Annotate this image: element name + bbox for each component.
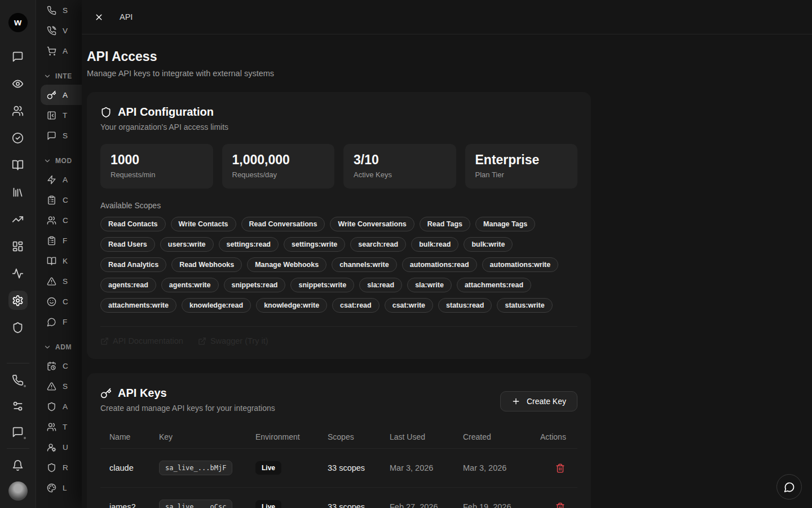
palette-icon xyxy=(47,483,56,493)
scope-pill: csat:write xyxy=(385,298,433,313)
create-key-button[interactable]: Create Key xyxy=(500,391,577,411)
delete-key-button[interactable] xyxy=(540,502,577,508)
doc-link[interactable]: API Documentation xyxy=(100,336,183,345)
api-key-row: james2sa_live_...oCscLive33 scopesFeb 27… xyxy=(100,488,577,508)
table-header-row: NameKeyEnvironmentScopesLast UsedCreated… xyxy=(100,425,577,449)
delete-key-button[interactable] xyxy=(540,463,577,473)
scope-pill: csat:read xyxy=(332,298,379,313)
scope-pill: attachments:write xyxy=(100,298,176,313)
sidebar-item-label: V xyxy=(63,27,68,35)
eye-icon xyxy=(12,78,24,90)
stat-label: Requests/min xyxy=(111,170,203,179)
stat-tile: 1000Requests/min xyxy=(100,144,213,189)
calendar-clock-icon xyxy=(47,361,56,371)
book-open-icon xyxy=(47,256,56,266)
workspace-logo[interactable]: w xyxy=(8,13,28,32)
scope-pill: Read Users xyxy=(100,237,155,252)
library-icon xyxy=(12,186,24,198)
smile-icon xyxy=(47,297,56,306)
key-icon xyxy=(47,90,56,100)
message-square-rail-button[interactable] xyxy=(8,47,28,66)
sidebar-item-label: S xyxy=(63,6,68,15)
sidebar-item-label: F xyxy=(63,318,67,326)
overlay-title: API xyxy=(120,12,133,21)
sidebar-item-label: K xyxy=(63,257,68,265)
shield-icon xyxy=(100,107,112,118)
external-link-icon xyxy=(198,337,206,345)
sliders-rail-button[interactable] xyxy=(8,396,28,415)
key-scopes-count: 33 scopes xyxy=(328,463,390,472)
x-icon xyxy=(94,12,104,22)
users-rail-button[interactable] xyxy=(8,101,28,120)
stat-tile: 3/10Active Keys xyxy=(343,144,456,189)
stat-value: 3/10 xyxy=(354,152,446,168)
overlay-content: API Access Manage API keys to integrate … xyxy=(82,34,812,508)
clipboard-list-icon xyxy=(47,195,56,205)
scope-pill: snippets:write xyxy=(290,278,354,292)
trash-icon xyxy=(555,463,565,473)
sidebar-item-label: A xyxy=(63,402,68,411)
scope-pill: Manage Webhooks xyxy=(247,257,326,272)
scope-pill: snippets:read xyxy=(224,278,286,292)
users-icon xyxy=(12,105,24,117)
scope-pill: bulk:write xyxy=(464,237,513,252)
key-icon xyxy=(100,388,112,399)
sidebar-item-label: S xyxy=(63,277,68,286)
book-open-rail-button[interactable] xyxy=(8,155,28,174)
sidebar-item-label: A xyxy=(63,47,68,55)
stat-label: Plan Tier xyxy=(475,170,568,179)
scope-pill: search:read xyxy=(350,237,406,252)
stat-label: Requests/day xyxy=(232,170,325,179)
message-square-rail-button[interactable] xyxy=(8,422,28,441)
sidebar-item-label: C xyxy=(63,362,68,370)
column-header: Scopes xyxy=(328,432,390,441)
key-value[interactable]: sa_live_...bMjF xyxy=(159,461,232,475)
keys-card-title: API Keys xyxy=(118,387,167,400)
scope-pill: Read Tags xyxy=(420,217,470,231)
scope-pill: Read Analytics xyxy=(100,257,166,272)
key-name: claude xyxy=(109,463,159,472)
trending-up-rail-button[interactable] xyxy=(8,209,28,229)
scope-pill: Manage Tags xyxy=(475,217,535,231)
layout-dashboard-rail-button[interactable] xyxy=(8,237,28,256)
bell-button[interactable] xyxy=(8,456,28,475)
api-overlay-panel: API API Access Manage API keys to integr… xyxy=(82,0,812,508)
scopes-label: Available Scopes xyxy=(100,201,577,210)
scope-pill: status:write xyxy=(497,298,552,313)
key-created: Feb 19, 2026 xyxy=(463,502,540,508)
chevron-down-icon xyxy=(43,343,51,351)
close-button[interactable] xyxy=(91,9,107,25)
api-keys-card: API Keys Create and manage API keys for … xyxy=(87,373,591,508)
scope-pill: sla:write xyxy=(407,278,452,292)
users-icon xyxy=(47,422,56,432)
page-title: API Access xyxy=(87,49,812,64)
activity-rail-button[interactable] xyxy=(8,264,28,283)
rail-main-nav xyxy=(8,47,28,337)
sidebar-item-label: T xyxy=(63,423,67,431)
shield-rail-button[interactable] xyxy=(8,318,28,337)
settings-rail-button[interactable] xyxy=(8,291,28,310)
divider xyxy=(7,363,29,364)
rail-extra-nav xyxy=(8,370,28,441)
users-icon xyxy=(47,216,56,225)
eye-rail-button[interactable] xyxy=(8,74,28,93)
scope-pill: settings:write xyxy=(284,237,345,252)
phone-rail-button[interactable] xyxy=(8,370,28,389)
key-value[interactable]: sa_live_...oCsc xyxy=(159,500,232,508)
sidebar-item-label: S xyxy=(63,382,68,391)
doc-link[interactable]: Swagger (Try it) xyxy=(198,336,268,345)
check-circle-rail-button[interactable] xyxy=(8,128,28,147)
support-chat-button[interactable] xyxy=(776,474,802,500)
phone-icon xyxy=(12,374,24,386)
scope-pill: agents:read xyxy=(100,278,156,292)
keys-card-subtitle: Create and manage API keys for your inte… xyxy=(100,404,275,413)
scope-pill: Read Webhooks xyxy=(171,257,242,272)
key-last-used: Mar 3, 2026 xyxy=(390,463,463,472)
api-keys-table: NameKeyEnvironmentScopesLast UsedCreated… xyxy=(100,425,577,508)
shield-icon xyxy=(100,107,112,118)
scope-pill: channels:write xyxy=(332,257,397,272)
library-rail-button[interactable] xyxy=(8,182,28,202)
message-square-icon xyxy=(12,51,24,63)
scope-pill: automations:read xyxy=(402,257,477,272)
user-avatar[interactable] xyxy=(8,481,28,501)
